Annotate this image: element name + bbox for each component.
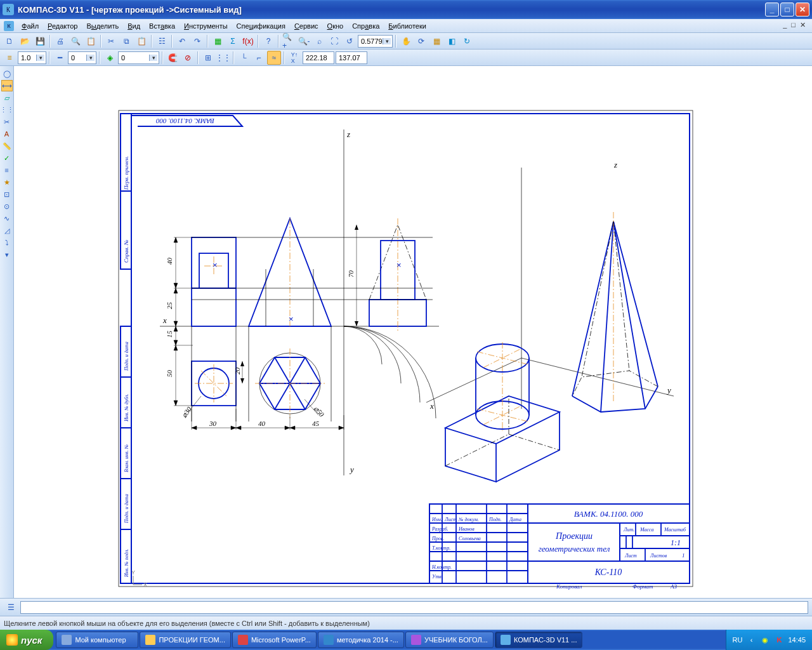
svg-text:Лист: Лист <box>444 517 457 522</box>
task-my-computer[interactable]: Мой компьютер <box>56 632 138 648</box>
maximize-button[interactable]: □ <box>780 3 794 17</box>
more-icon[interactable]: ▾ <box>1 249 13 260</box>
arc-icon[interactable]: ⤵ <box>1 237 13 248</box>
task-powerpoint[interactable]: Microsoft PowerP... <box>232 632 317 648</box>
svg-text:Подп. и дата: Подп. и дата <box>124 342 129 371</box>
preview-icon[interactable]: 🔍 <box>69 34 82 48</box>
menu-service[interactable]: Сервис <box>291 21 322 31</box>
orbit-icon[interactable]: ⟳ <box>414 34 428 48</box>
layer-icon[interactable]: ◈ <box>103 51 117 65</box>
svg-text:30: 30 <box>209 420 217 427</box>
coord-y-field[interactable]: 137.07 <box>336 51 367 64</box>
pan-icon[interactable]: ✋ <box>399 34 413 48</box>
new-icon[interactable]: 🗋 <box>3 34 16 48</box>
task-reader[interactable]: УЧЕБНИК БОГОЛ... <box>405 632 494 648</box>
edit-icon[interactable]: ⋮⋮ <box>1 104 13 116</box>
tray-antivirus-icon[interactable]: K <box>774 635 784 645</box>
xy-icon[interactable]: Y↑X <box>287 51 301 65</box>
render-icon[interactable]: ◧ <box>445 34 459 48</box>
menu-spec[interactable]: Спецификация <box>233 21 289 31</box>
linestyle-icon[interactable]: ≡ <box>3 51 16 65</box>
print-icon[interactable]: 🖨 <box>53 34 67 48</box>
tray-icon-2[interactable]: ◉ <box>760 635 770 645</box>
close-button[interactable]: ✕ <box>796 3 809 17</box>
minimize-button[interactable]: _ <box>765 3 779 17</box>
menu-view[interactable]: Вид <box>124 21 144 31</box>
snap-magnet-icon[interactable]: 🧲 <box>166 51 180 65</box>
menu-file[interactable]: Файл <box>18 21 43 31</box>
layers-icon[interactable]: ▦ <box>429 34 443 48</box>
prop-icon[interactable]: ☰ <box>4 600 18 614</box>
symbols-icon[interactable]: ▱ <box>1 92 13 103</box>
select-icon[interactable]: ✓ <box>1 152 13 164</box>
curve-icon[interactable]: ∿ <box>1 213 13 224</box>
system-tray[interactable]: RU ‹ ◉ K 14:45 <box>726 630 812 650</box>
svg-text:40: 40 <box>166 258 173 265</box>
spec-icon[interactable]: ≡ <box>1 164 13 176</box>
layer-combo[interactable]: 0 <box>118 51 159 64</box>
coord-x-field[interactable]: 222.18 <box>303 51 334 64</box>
snap-off-icon[interactable]: ⊘ <box>181 51 195 65</box>
clock[interactable]: 14:45 <box>788 636 806 644</box>
help-icon[interactable]: ? <box>261 34 275 48</box>
scale-combo[interactable]: 0.5779 <box>358 35 393 48</box>
svg-text:Инв. № дубл.: Инв. № дубл. <box>124 394 129 422</box>
drawing-canvas[interactable]: Перв. примен. Справ. № Подп. и дата Инв.… <box>14 66 812 598</box>
redo-icon[interactable]: ↷ <box>190 34 204 48</box>
task-word[interactable]: методичка 2014 -... <box>318 632 404 648</box>
start-button[interactable]: пуск <box>0 630 53 650</box>
macro-icon[interactable]: ▦ <box>211 34 225 48</box>
zoom-window-icon[interactable]: ⌕ <box>312 34 326 48</box>
params-icon[interactable]: ✂ <box>1 116 13 128</box>
tray-icon-1[interactable]: ‹ <box>746 635 756 645</box>
task-kompas[interactable]: КОМПАС-3D V11 ... <box>495 632 583 648</box>
prop-field[interactable] <box>20 601 808 614</box>
zoom-fit-icon[interactable]: ⛶ <box>327 34 341 48</box>
text-icon[interactable]: A <box>1 128 13 140</box>
open-icon[interactable]: 📂 <box>18 34 32 48</box>
menu-insert[interactable]: Вставка <box>145 21 179 31</box>
measure-icon[interactable]: 📏 <box>1 140 13 152</box>
task-folder[interactable]: ПРОЕКЦИИ ГЕОМ... <box>140 632 231 648</box>
properties-icon[interactable]: ☷ <box>155 34 169 48</box>
local-cs-icon[interactable]: ⌐ <box>252 51 266 65</box>
save-icon[interactable]: 💾 <box>33 34 47 48</box>
zoom-prev-icon[interactable]: ↺ <box>343 34 357 48</box>
menu-editor[interactable]: Редактор <box>44 21 81 31</box>
zoom-in-icon[interactable]: 🔍+ <box>282 34 296 48</box>
mdi-buttons[interactable]: _ □ ✕ <box>783 21 807 29</box>
lineweight-combo[interactable]: 0 <box>68 51 96 64</box>
app-icon: К <box>3 4 14 15</box>
vars-icon[interactable]: Σ <box>226 34 240 48</box>
aux-icon[interactable]: ⊙ <box>1 201 13 212</box>
svg-text:Соловьева: Соловьева <box>459 536 481 541</box>
menu-select[interactable]: Выделить <box>82 21 122 31</box>
menu-libs[interactable]: Библиотеки <box>384 21 430 31</box>
ortho-icon[interactable]: └ <box>237 51 251 65</box>
cut-icon[interactable]: ✂ <box>104 34 118 48</box>
zoom-out-icon[interactable]: 🔍- <box>297 34 311 48</box>
menu-tools[interactable]: Инструменты <box>180 21 232 31</box>
props-icon[interactable]: 📋 <box>84 34 98 48</box>
menu-window[interactable]: Окно <box>324 21 348 31</box>
views-icon[interactable]: ⊡ <box>1 189 13 200</box>
svg-text:№ докум.: № докум. <box>458 517 479 522</box>
round-icon[interactable]: ≈ <box>267 51 281 65</box>
svg-rect-22 <box>192 237 236 326</box>
lang-indicator[interactable]: RU <box>733 636 743 644</box>
linestyle-combo[interactable]: 1.0 <box>18 51 46 64</box>
refresh-icon[interactable]: ↻ <box>460 34 474 48</box>
grid-icon[interactable]: ⊞ <box>201 51 215 65</box>
copy-icon[interactable]: ⧉ <box>119 34 133 48</box>
paste-icon[interactable]: 📋 <box>134 34 148 48</box>
tools2-icon[interactable]: ★ <box>1 176 13 188</box>
undo-icon[interactable]: ↶ <box>175 34 189 48</box>
surf-icon[interactable]: ◿ <box>1 225 13 236</box>
lineweight-icon[interactable]: ━ <box>53 51 67 65</box>
svg-text:X: X <box>143 581 147 588</box>
dimensions-icon[interactable]: ⟷ <box>1 80 13 91</box>
geometry-icon[interactable]: ◯ <box>1 68 13 79</box>
menu-help[interactable]: Справка <box>348 21 383 31</box>
grid2-icon[interactable]: ⋮⋮ <box>216 51 230 65</box>
fx-icon[interactable]: f(x) <box>241 34 255 48</box>
